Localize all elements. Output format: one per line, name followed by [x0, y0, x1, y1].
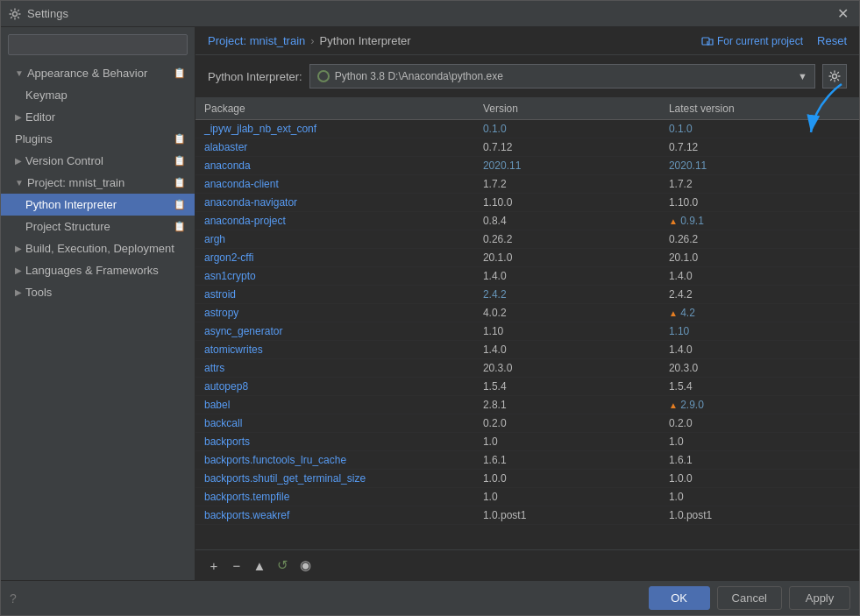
package-name: _ipyw_jlab_nb_ext_conf — [195, 120, 474, 138]
package-name: backports — [195, 433, 474, 451]
title-bar: Settings ✕ — [1, 1, 859, 27]
sidebar-item-editor[interactable]: ▶ Editor — [1, 106, 195, 128]
bottom-bar: ? OK Cancel Apply — [1, 580, 859, 615]
sidebar: ▼ Appearance & Behavior 📋 Keymap ▶ Edito… — [1, 27, 195, 580]
settings-icon — [8, 7, 22, 21]
gear-icon — [828, 69, 842, 83]
table-row: astropy4.0.2▲ 4.2 — [195, 304, 859, 322]
help-button[interactable]: ? — [10, 591, 17, 605]
package-name: argh — [195, 230, 474, 249]
table-row: astroid2.4.22.4.2 — [195, 286, 859, 304]
package-name: backports.shutil_get_terminal_size — [195, 470, 474, 488]
ok-button[interactable]: OK — [649, 586, 710, 610]
link-icon — [701, 35, 714, 47]
package-latest-version: 20.3.0 — [660, 359, 859, 378]
package-latest-version: 1.0.post1 — [660, 506, 859, 525]
table-row: attrs20.3.020.3.0 — [195, 359, 859, 378]
add-package-button[interactable]: + — [204, 556, 224, 575]
package-latest-version: 1.0 — [660, 488, 859, 506]
packages-table-container[interactable]: Package Version Latest version _ipyw_jla… — [195, 98, 859, 549]
close-button[interactable]: ✕ — [834, 5, 852, 23]
remove-package-button[interactable]: − — [227, 556, 246, 575]
package-latest-version: 0.1.0 — [660, 120, 859, 138]
sidebar-item-plugins[interactable]: Plugins 📋 — [1, 128, 195, 150]
package-latest-version: 0.26.2 — [660, 230, 859, 249]
package-name: anaconda-navigator — [195, 194, 474, 212]
breadcrumb: Project: mnist_train › Python Interprete… — [195, 27, 859, 55]
vc-icon: 📋 — [174, 155, 186, 166]
expand-arrow-icon: ▶ — [15, 244, 22, 253]
package-version: 4.0.2 — [474, 304, 660, 322]
table-row: backports1.01.0 — [195, 433, 859, 451]
sidebar-item-version-control[interactable]: ▶ Version Control 📋 — [1, 150, 195, 172]
sidebar-item-tools[interactable]: ▶ Tools — [1, 281, 195, 303]
svg-point-2 — [833, 74, 837, 79]
table-row: anaconda-client1.7.21.7.2 — [195, 175, 859, 194]
package-name: alabaster — [195, 138, 474, 157]
package-latest-version: ▲ 2.9.0 — [660, 396, 859, 414]
package-version: 1.10.0 — [474, 194, 660, 212]
package-name: backports.functools_lru_cache — [195, 451, 474, 470]
col-latest-version[interactable]: Latest version — [660, 98, 859, 120]
refresh-button[interactable]: ↺ — [273, 556, 292, 575]
cancel-button[interactable]: Cancel — [717, 586, 782, 610]
sidebar-item-project-structure[interactable]: Project Structure 📋 — [1, 216, 195, 237]
table-row: backports.tempfile1.01.0 — [195, 488, 859, 506]
search-box — [1, 27, 195, 62]
python-circle-icon — [317, 70, 330, 82]
upgrade-package-button[interactable]: ▲ — [250, 556, 269, 575]
sidebar-item-build-execution[interactable]: ▶ Build, Execution, Deployment — [1, 237, 195, 259]
sidebar-item-project-mnist[interactable]: ▼ Project: mnist_train 📋 — [1, 172, 195, 194]
show-details-button[interactable]: ◉ — [295, 556, 315, 575]
package-latest-version: 1.6.1 — [660, 451, 859, 470]
for-current-project-link[interactable]: For current project — [701, 35, 803, 47]
table-row: autopep81.5.41.5.4 — [195, 378, 859, 396]
package-latest-version: 1.4.0 — [660, 341, 859, 359]
svg-point-0 — [13, 11, 18, 16]
reset-button[interactable]: Reset — [817, 34, 847, 47]
py-icon: 📋 — [174, 199, 186, 210]
expand-arrow-icon: ▶ — [15, 112, 22, 122]
package-version: 1.5.4 — [474, 378, 660, 396]
repo-icon: 📋 — [174, 67, 186, 79]
interpreter-select[interactable]: Python 3.8 D:\Anaconda\python.exe ▼ — [309, 64, 815, 89]
table-row: argh0.26.20.26.2 — [195, 230, 859, 249]
package-version: 0.7.12 — [474, 138, 660, 157]
sidebar-item-languages-frameworks[interactable]: ▶ Languages & Frameworks — [1, 259, 195, 281]
sidebar-item-keymap[interactable]: Keymap — [1, 84, 195, 106]
table-row: alabaster0.7.120.7.12 — [195, 138, 859, 157]
package-version: 1.0.post1 — [474, 506, 660, 525]
table-row: asn1crypto1.4.01.4.0 — [195, 267, 859, 286]
package-latest-version: ▲ 4.2 — [660, 304, 859, 322]
package-latest-version: 20.1.0 — [660, 249, 859, 267]
expand-arrow-icon: ▶ — [15, 156, 22, 166]
col-version[interactable]: Version — [474, 98, 660, 120]
apply-button[interactable]: Apply — [789, 586, 850, 610]
col-package[interactable]: Package — [195, 98, 474, 120]
svg-rect-1 — [702, 38, 709, 45]
interpreter-label: Python Interpreter: — [208, 70, 302, 83]
package-name: backports.tempfile — [195, 488, 474, 506]
sidebar-item-python-interpreter[interactable]: Python Interpreter 📋 — [1, 194, 195, 216]
packages-table: Package Version Latest version _ipyw_jla… — [195, 98, 859, 525]
expand-arrow-icon: ▶ — [15, 266, 22, 275]
package-version: 2.4.2 — [474, 286, 660, 304]
package-version: 0.26.2 — [474, 230, 660, 249]
sidebar-item-appearance[interactable]: ▼ Appearance & Behavior 📋 — [1, 62, 195, 84]
package-name: asn1crypto — [195, 267, 474, 286]
gear-button[interactable] — [822, 64, 847, 89]
table-row: babel2.8.1▲ 2.9.0 — [195, 396, 859, 414]
interpreter-row: Python Interpreter: Python 3.8 D:\Anacon… — [195, 55, 859, 98]
package-version: 1.6.1 — [474, 451, 660, 470]
table-row: atomicwrites1.4.01.4.0 — [195, 341, 859, 359]
breadcrumb-project[interactable]: Project: mnist_train — [208, 34, 305, 47]
package-version: 0.8.4 — [474, 212, 660, 230]
package-name: babel — [195, 396, 474, 414]
table-toolbar: + − ▲ ↺ ◉ — [195, 549, 859, 580]
dropdown-arrow-icon: ▼ — [798, 71, 807, 81]
right-panel-wrapper: Project: mnist_train › Python Interprete… — [195, 27, 859, 580]
table-row: async_generator1.101.10 — [195, 322, 859, 341]
search-input[interactable] — [8, 34, 188, 55]
package-name: anaconda-client — [195, 175, 474, 194]
package-version: 1.4.0 — [474, 341, 660, 359]
